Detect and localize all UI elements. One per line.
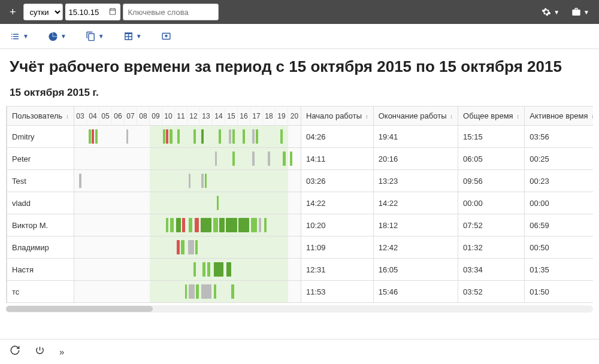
activity-bar: [201, 129, 204, 144]
cell-total: 09:56: [458, 170, 525, 192]
table-row: Test03:2613:2309:5600:230: [7, 170, 594, 192]
cell-total: 01:32: [458, 236, 525, 259]
activity-bar: [217, 196, 219, 210]
pie-chart-icon[interactable]: ▼: [48, 31, 66, 41]
cell-timeline: [74, 170, 301, 192]
cell-user: Test: [7, 170, 74, 192]
activity-bar: [201, 218, 211, 232]
cell-start: 11:53: [301, 281, 374, 303]
cell-active: 00:23: [525, 170, 593, 192]
activity-bar: [226, 218, 237, 232]
cell-end: 13:23: [373, 170, 458, 192]
activity-bar: [256, 129, 258, 144]
settings-icon[interactable]: ▼: [537, 7, 564, 17]
cell-timeline: [74, 281, 301, 303]
bottom-bar: »: [0, 339, 599, 364]
briefcase-icon[interactable]: ▼: [567, 7, 594, 17]
cell-user: Dmitry: [7, 126, 74, 148]
cell-timeline: [74, 236, 301, 259]
cell-timeline: [74, 192, 301, 214]
activity-bar: [126, 129, 128, 144]
cell-user: vladd: [7, 192, 74, 214]
col-end[interactable]: Окончание работы ↕: [373, 107, 458, 126]
col-total[interactable]: Общее время ↕: [458, 107, 525, 126]
activity-bar: [195, 218, 199, 232]
cell-timeline: [74, 126, 301, 148]
copy-icon[interactable]: ▼: [86, 31, 104, 41]
activity-bar: [283, 151, 286, 166]
activity-bar: [215, 151, 217, 166]
activity-bar: [232, 129, 235, 144]
cell-user: Виктор М.: [7, 214, 74, 236]
activity-bar: [188, 240, 194, 254]
cell-end: 16:05: [373, 259, 458, 281]
search-input[interactable]: [123, 4, 219, 20]
activity-bar: [181, 240, 184, 254]
date-input[interactable]: [69, 8, 105, 17]
export-icon[interactable]: [161, 31, 171, 41]
cell-end: 18:12: [373, 214, 458, 236]
col-user[interactable]: Пользователь ↕: [7, 107, 74, 126]
activity-bar: [214, 262, 223, 277]
col-active[interactable]: Активное время ↕: [525, 107, 593, 126]
top-bar: + сутки ▼ ▼: [0, 0, 599, 24]
activity-bar: [238, 218, 249, 232]
cell-end: 19:41: [373, 126, 458, 148]
horizontal-scrollbar[interactable]: [6, 305, 593, 313]
activity-bar: [189, 284, 195, 299]
expand-icon[interactable]: »: [59, 347, 64, 357]
activity-bar: [201, 174, 204, 188]
period-select[interactable]: сутки: [23, 4, 63, 20]
activity-bar: [251, 218, 257, 232]
list-menu-icon[interactable]: ▼: [10, 31, 29, 42]
activity-bar: [207, 262, 210, 277]
table-row: Виктор М.10:2018:1207:5206:590: [7, 214, 594, 236]
activity-bar: [264, 218, 267, 232]
activity-bar: [201, 284, 211, 299]
cell-user: Владимир: [7, 236, 74, 259]
cell-start: 04:26: [301, 126, 374, 148]
add-icon[interactable]: +: [5, 6, 21, 19]
cell-user: Настя: [7, 259, 74, 281]
cell-timeline: [74, 148, 301, 170]
activity-bar: [219, 218, 225, 232]
col-timeline: 030405060708091011121314151617181920: [74, 107, 301, 126]
cell-active: 03:56: [525, 126, 593, 148]
activity-bar: [290, 151, 292, 166]
activity-bar: [170, 129, 173, 144]
cell-timeline: [74, 259, 301, 281]
cell-active: 00:25: [525, 148, 593, 170]
col-start[interactable]: Начало работы ↕: [301, 107, 374, 126]
activity-bar: [268, 151, 270, 166]
activity-bar: [176, 218, 181, 232]
activity-bar: [231, 284, 234, 299]
activity-bar: [189, 174, 190, 188]
refresh-icon[interactable]: [10, 345, 20, 359]
activity-bar: [163, 129, 165, 144]
activity-bar: [252, 129, 255, 144]
activity-bar: [229, 129, 231, 144]
cell-total: 00:00: [458, 192, 525, 214]
calendar-icon[interactable]: [108, 7, 117, 17]
cell-total: 03:34: [458, 259, 525, 281]
cell-start: 14:11: [301, 148, 374, 170]
activity-bar: [252, 151, 255, 166]
activity-bar: [166, 218, 168, 232]
activity-bar: [232, 151, 235, 166]
cell-end: 20:16: [373, 148, 458, 170]
activity-bar: [259, 218, 261, 232]
cell-total: 15:15: [458, 126, 525, 148]
activity-bar: [92, 129, 94, 144]
cell-active: 00:00: [525, 192, 593, 214]
activity-bar: [170, 218, 174, 232]
activity-bar: [196, 284, 199, 299]
cell-user: тс: [7, 281, 74, 303]
activity-bar: [79, 174, 81, 188]
power-icon[interactable]: [35, 345, 45, 359]
date-picker[interactable]: [65, 4, 120, 20]
cell-total: 06:05: [458, 148, 525, 170]
cell-start: 11:09: [301, 236, 374, 259]
cell-start: 10:20: [301, 214, 374, 236]
table-icon[interactable]: ▼: [123, 31, 142, 41]
activity-bar: [193, 262, 196, 277]
